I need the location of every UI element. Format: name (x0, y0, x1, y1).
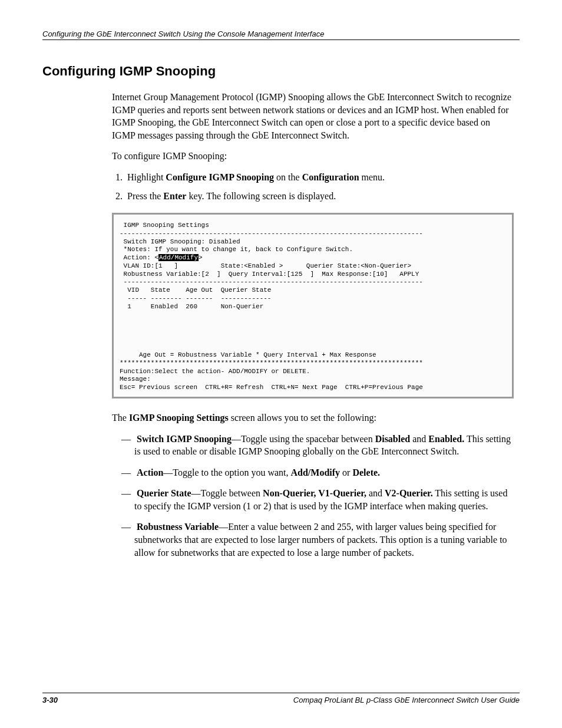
bold: Enter (163, 191, 186, 201)
bold: IGMP Snooping Settings (129, 413, 229, 423)
steps-list: Highlight Configure IGMP Snooping on the… (112, 171, 514, 202)
bold: Configure IGMP Snooping (166, 172, 274, 182)
section-title: Configuring IGMP Snooping (42, 64, 520, 79)
text: Highlight (127, 172, 166, 182)
step-1: Highlight Configure IGMP Snooping on the… (125, 171, 514, 184)
bold: Disabled (375, 434, 411, 444)
text: —Toggle using the spacebar between (232, 434, 375, 444)
bold: Delete. (352, 467, 380, 477)
list-item: Action—Toggle to the option you want, Ad… (134, 466, 514, 479)
text: —Toggle between (191, 488, 263, 498)
text: Press the (127, 191, 163, 201)
lead-in: To configure IGMP Snooping: (112, 150, 514, 163)
console-line: ****************************************… (120, 360, 423, 367)
page: Configuring the GbE Interconnect Switch … (0, 0, 562, 728)
console-line: Action: < (120, 254, 158, 261)
step-2: Press the Enter key. The following scree… (125, 190, 514, 203)
console-line: Message: (120, 375, 151, 383)
console-line: Age Out = Robustness Variable * Query In… (120, 351, 376, 358)
console-screenshot: IGMP Snooping Settings -----------------… (112, 213, 514, 398)
console-line: Function:Select the action- ADD/MODIFY o… (120, 368, 310, 375)
console-line: ----------------------------------------… (120, 230, 423, 237)
console-line: Switch IGMP Snooping: Disabled (120, 238, 240, 245)
text: screen allows you to set the following: (229, 413, 376, 423)
text: key. The following screen is displayed. (186, 191, 336, 201)
list-item: Robustness Variable—Enter a value betwee… (134, 521, 514, 559)
bold: Robustness Variable (137, 522, 219, 532)
console-line: ----------------------------------------… (120, 278, 423, 285)
bold: Enabled. (428, 434, 464, 444)
text: —Toggle to the option you want, (163, 467, 290, 477)
text: menu. (359, 172, 385, 182)
text: or (340, 467, 352, 477)
body: Internet Group Management Protocol (IGMP… (112, 91, 514, 559)
console-highlight: Add/Modify (158, 254, 199, 261)
bold: V2-Querier. (385, 488, 433, 498)
bold: Non-Querier, V1-Querier, (263, 488, 366, 498)
console-line: IGMP Snooping Settings (120, 222, 209, 229)
bold: Switch IGMP Snooping (137, 434, 232, 444)
text: on the (274, 172, 302, 182)
intro-paragraph: Internet Group Management Protocol (IGMP… (112, 91, 514, 141)
running-head: Configuring the GbE Interconnect Switch … (42, 29, 520, 40)
console-line: > (199, 254, 203, 261)
console-line: Esc= Previous screen CTRL+R= Refresh CTR… (120, 384, 423, 391)
bold: Add/Modify (291, 467, 340, 477)
text: and (410, 434, 428, 444)
text: The (112, 413, 129, 423)
list-item: Switch IGMP Snooping—Toggle using the sp… (134, 433, 514, 458)
console-line: *Notes: If you want to change it, back t… (120, 246, 353, 253)
console-line: VLAN ID:[1 ] State:<Enabled > Querier St… (120, 262, 411, 269)
bold: Configuration (302, 172, 359, 182)
page-number: 3-30 (42, 696, 58, 704)
text: and (366, 488, 385, 498)
bold: Action (137, 467, 163, 477)
footer: 3-30 Compaq ProLiant BL p-Class GbE Inte… (42, 693, 520, 704)
console-line: Robustness Variable:[2 ] Query Interval:… (120, 271, 419, 278)
console-line: 1 Enabled 260 Non-Querier (120, 303, 263, 310)
book-title: Compaq ProLiant BL p-Class GbE Interconn… (293, 696, 520, 704)
console-line: ----- -------- ------- ------------- (120, 295, 271, 302)
list-item: Querier State—Toggle between Non-Querier… (134, 487, 514, 512)
bold: Querier State (137, 488, 191, 498)
after-screenshot-para: The IGMP Snooping Settings screen allows… (112, 411, 514, 424)
console-line: VID State Age Out Querier State (120, 286, 271, 294)
settings-list: Switch IGMP Snooping—Toggle using the sp… (112, 433, 514, 559)
